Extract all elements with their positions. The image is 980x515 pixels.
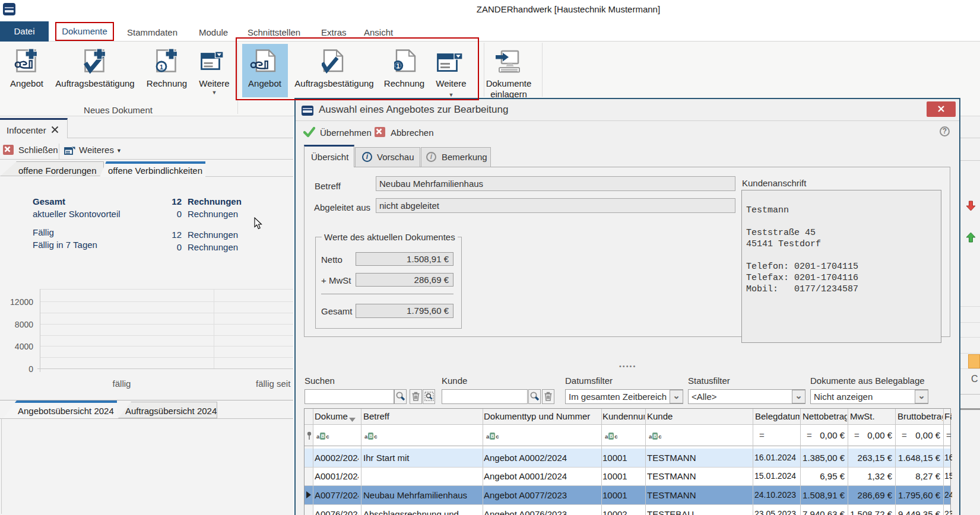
- svg-text:1: 1: [160, 63, 164, 71]
